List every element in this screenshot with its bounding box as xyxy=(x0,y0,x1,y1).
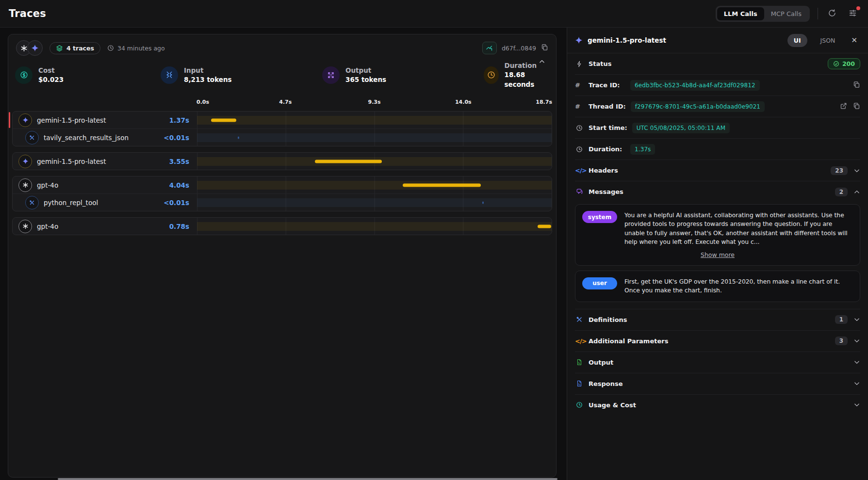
message-card-system: system You are a helpful AI assistant, c… xyxy=(575,204,860,266)
trace-row-gpt4o-2[interactable]: gpt-4o 0.78s xyxy=(13,218,552,235)
axis-tick: 9.3s xyxy=(368,99,380,105)
section-label: Additional Parameters xyxy=(589,337,668,345)
timeline-track xyxy=(197,133,552,142)
tools-icon xyxy=(25,131,39,144)
refresh-button[interactable] xyxy=(826,7,838,21)
trace-group: gemini-1.5-pro-latest 3.55s xyxy=(12,152,552,170)
trace-row-gpt4o-1[interactable]: gpt-4o 4.04s xyxy=(13,176,552,193)
trace-name: python_repl_tool xyxy=(44,199,98,207)
stat-cost: Cost $0.023 xyxy=(15,61,161,89)
openai-icon xyxy=(18,178,32,192)
trace-name: gpt-4o xyxy=(37,223,58,230)
message-card-user: user First, get the UK's GDP over the 20… xyxy=(575,271,860,302)
copy-icon xyxy=(853,102,860,110)
traces-count-badge[interactable]: 4 traces xyxy=(49,42,100,54)
copy-button[interactable] xyxy=(853,81,860,90)
stat-label: Cost xyxy=(38,65,64,75)
trace-stats-row: Cost $0.023 Input 8,213 tokens xyxy=(12,56,552,89)
trace-name: gemini-1.5-pro-latest xyxy=(37,116,106,124)
filter-button[interactable] xyxy=(846,7,859,21)
section-headers[interactable]: </> Headers 23 xyxy=(575,160,860,181)
trace-timeline-cell xyxy=(197,194,552,211)
top-bar: Traces LLM Calls MCP Calls xyxy=(0,0,868,28)
tab-llm-calls[interactable]: LLM Calls xyxy=(717,7,764,20)
chevron-down-icon xyxy=(853,167,860,174)
trace-timeline-cell xyxy=(197,153,552,170)
timeline-track xyxy=(197,198,552,207)
timeline-bar xyxy=(315,160,382,163)
section-label: Messages xyxy=(589,188,623,195)
chevron-down-icon xyxy=(853,359,860,366)
section-messages[interactable]: Messages 2 xyxy=(575,181,860,202)
trace-duration: 3.55s xyxy=(169,158,197,165)
timeline-bar xyxy=(482,201,484,204)
trace-row-gemini-1[interactable]: gemini-1.5-pro-latest 1.37s xyxy=(13,112,552,128)
section-output[interactable]: Output xyxy=(575,352,860,373)
layers-icon xyxy=(56,45,63,52)
stat-label: Input xyxy=(184,65,232,75)
horizontal-scrollbar[interactable] xyxy=(58,478,557,480)
section-usage-cost[interactable]: Usage & Cost xyxy=(575,395,860,416)
close-icon[interactable]: ✕ xyxy=(848,35,860,45)
axis-tick: 14.0s xyxy=(455,99,472,105)
section-definitions[interactable]: Definitions 1 xyxy=(575,309,860,331)
trace-row-python-repl[interactable]: python_repl_tool <0.01s xyxy=(13,193,552,211)
chevron-up-icon xyxy=(853,189,860,195)
status-label: Status xyxy=(589,60,612,67)
thread-id-row: # Thread ID: f297679c-8701-49c5-a61a-b0d… xyxy=(575,96,860,117)
filter-sliders-icon xyxy=(848,9,857,17)
clock-icon xyxy=(575,125,584,131)
chevron-down-icon xyxy=(853,316,860,323)
stat-input: Input 8,213 tokens xyxy=(161,61,322,89)
openai-icon xyxy=(18,220,32,233)
trace-id-value: 6edb3fbc-b523-4b8d-aa4f-af23df029812 xyxy=(630,80,760,91)
tab-mcp-calls[interactable]: MCP Calls xyxy=(764,7,808,20)
open-external-button[interactable] xyxy=(840,102,847,111)
expand-arrows-icon xyxy=(322,66,340,84)
page-title: Traces xyxy=(9,8,46,19)
gemini-icon xyxy=(18,113,32,127)
copy-button[interactable] xyxy=(853,102,860,111)
tools-icon xyxy=(25,196,39,209)
start-time-value: UTC 05/08/2025, 05:00:11 AM xyxy=(632,123,730,133)
stat-value: 365 tokens xyxy=(345,75,386,85)
tab-json[interactable]: JSON xyxy=(814,34,842,47)
collapse-summary-chevron[interactable] xyxy=(536,58,548,67)
section-response[interactable]: Response xyxy=(575,373,860,395)
duration-value: 1.37s xyxy=(630,144,655,155)
trace-name: tavily_search_results_json xyxy=(44,134,129,142)
trace-row-tavily[interactable]: tavily_search_results_json <0.01s xyxy=(13,128,552,146)
start-time-row: Start time: UTC 05/08/2025, 05:00:11 AM xyxy=(575,117,860,139)
section-label: Usage & Cost xyxy=(589,401,636,409)
section-additional-parameters[interactable]: </> Additional Parameters 3 xyxy=(575,331,860,352)
hash-icon: # xyxy=(575,103,584,110)
gemini-avatar-icon xyxy=(27,40,43,56)
document-icon xyxy=(575,359,584,366)
show-more-link[interactable]: Show more xyxy=(698,251,737,259)
time-ago-label: 34 minutes ago xyxy=(117,45,165,52)
stat-output: Output 365 tokens xyxy=(322,61,484,89)
code-icon: </> xyxy=(575,337,584,345)
hash-icon: # xyxy=(575,81,584,89)
clock-icon xyxy=(575,146,584,153)
copy-trace-id-button[interactable] xyxy=(541,44,548,52)
field-label: Duration: xyxy=(589,145,625,153)
tab-ui[interactable]: UI xyxy=(787,34,807,47)
trace-row-gemini-2[interactable]: gemini-1.5-pro-latest 3.55s xyxy=(13,153,552,170)
timeline-bar xyxy=(403,183,481,187)
message-text: You are a helpful AI assistant, collabor… xyxy=(624,211,853,247)
trace-duration: <0.01s xyxy=(164,134,197,142)
trace-duration: 1.37s xyxy=(169,116,197,124)
timeline-track xyxy=(197,222,552,231)
stat-value: $0.023 xyxy=(38,75,64,85)
app-root: { "header": { "title": "Traces", "tabs":… xyxy=(0,0,868,480)
trace-timeline-cell xyxy=(197,218,552,235)
thread-id-value: f297679c-8701-49c5-a61a-b0daad0e9021 xyxy=(631,101,765,112)
clock-icon xyxy=(575,401,584,408)
trace-timeline-cell xyxy=(197,129,552,146)
tools-icon xyxy=(575,316,584,323)
trend-chart-button[interactable] xyxy=(482,42,497,54)
bolt-icon xyxy=(575,61,584,67)
divider xyxy=(818,8,818,19)
copy-icon xyxy=(853,81,860,88)
